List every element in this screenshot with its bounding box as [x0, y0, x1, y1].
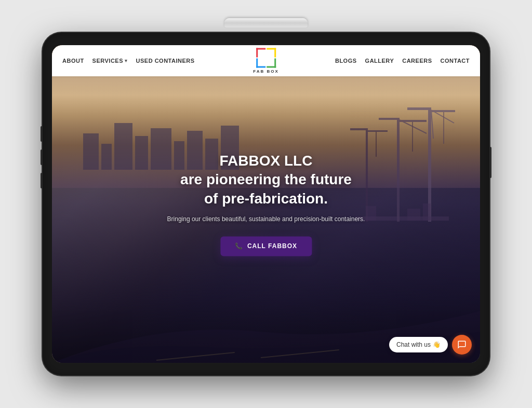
svg-line-4	[431, 110, 433, 139]
tablet-frame: ABOUT SERVICES ▾ USED CONTAINERS FAB BOX	[43, 33, 489, 375]
side-button-1	[41, 126, 43, 142]
hero-content: FABBOX LLC are pioneering the future of …	[95, 152, 437, 256]
logo[interactable]: FAB BOX	[253, 48, 279, 74]
nav-used-containers[interactable]: USED CONTAINERS	[136, 58, 195, 64]
nav-contact[interactable]: CONTACT	[441, 58, 470, 64]
logo-cell-bl	[256, 59, 265, 68]
logo-cell-br	[267, 59, 276, 68]
nav-left: ABOUT SERVICES ▾ USED CONTAINERS	[62, 58, 195, 64]
chat-bubble[interactable]: Chat with us 👋	[389, 337, 448, 352]
cta-call-button[interactable]: 📞 CALL FABBOX	[220, 237, 312, 256]
chevron-down-icon: ▾	[125, 58, 128, 63]
screen: ABOUT SERVICES ▾ USED CONTAINERS FAB BOX	[52, 45, 480, 363]
svg-rect-7	[379, 118, 400, 120]
nav-right: BLOGS GALLERY CAREERS CONTACT	[335, 58, 470, 64]
nav-about[interactable]: ABOUT	[62, 58, 84, 64]
logo-text: FAB BOX	[253, 69, 279, 74]
hero-title: FABBOX LLC are pioneering the future of …	[95, 152, 437, 208]
svg-rect-13	[367, 130, 388, 132]
logo-grid	[256, 48, 276, 68]
logo-cell-tr	[267, 48, 276, 58]
logo-cell-tl	[256, 48, 265, 58]
hero-subtitle: Bringing our clients beautiful, sustaina…	[95, 215, 437, 224]
side-button-2	[41, 149, 43, 165]
nav-blogs[interactable]: BLOGS	[335, 58, 357, 64]
chat-icon	[457, 340, 467, 349]
side-button-right	[489, 147, 491, 178]
nav-services[interactable]: SERVICES ▾	[92, 58, 128, 64]
side-button-3	[41, 173, 43, 188]
chat-open-button[interactable]	[452, 335, 472, 355]
chat-widget: Chat with us 👋	[389, 335, 472, 355]
phone-icon: 📞	[235, 243, 243, 250]
svg-rect-12	[350, 128, 368, 130]
navbar: ABOUT SERVICES ▾ USED CONTAINERS FAB BOX	[52, 45, 480, 76]
nav-gallery[interactable]: GALLERY	[365, 58, 394, 64]
nav-careers[interactable]: CAREERS	[402, 58, 432, 64]
svg-rect-1	[407, 107, 431, 110]
